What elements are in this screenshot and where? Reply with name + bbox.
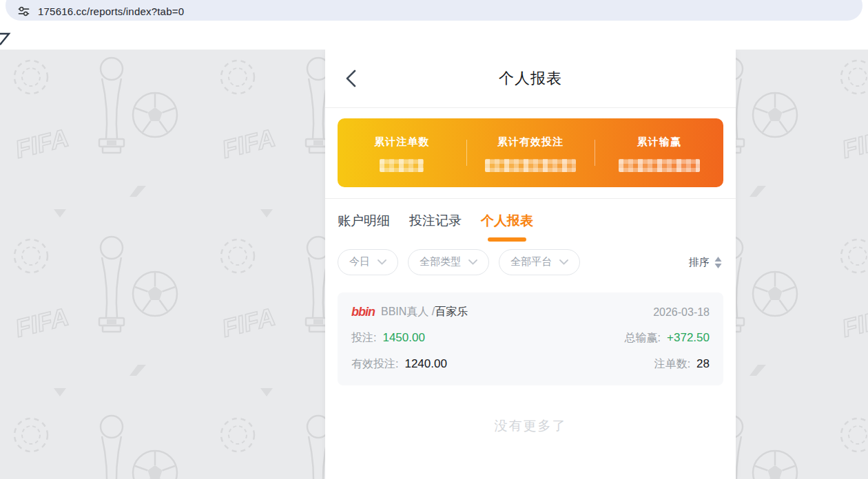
report-record-card[interactable]: bbin BBIN真人 / 百家乐 2026-03-18 投注: 1450.00… xyxy=(338,292,723,385)
tab-indicator xyxy=(344,237,383,242)
cursor-artifact xyxy=(0,32,12,48)
bet-label: 投注: xyxy=(351,331,376,345)
redacted-value xyxy=(380,159,424,172)
summary-item-bet-count: 累计注单数 xyxy=(338,134,466,172)
count-label: 注单数: xyxy=(654,357,690,372)
summary-label: 累计输赢 xyxy=(595,136,723,149)
tab-indicator xyxy=(416,237,455,242)
summary-item-valid-bets: 累计有效投注 xyxy=(466,134,595,172)
tab-personal-report[interactable]: 个人报表 xyxy=(481,212,533,242)
record-date: 2026-03-18 xyxy=(653,306,710,319)
summary-section: 累计注单数 累计有效投注 累计输赢 xyxy=(325,108,736,199)
summary-label: 累计有效投注 xyxy=(466,136,595,149)
tab-bet-records[interactable]: 投注记录 xyxy=(409,212,462,242)
browser-sub-bar xyxy=(0,21,868,50)
valid-bet-value: 1240.00 xyxy=(404,357,446,371)
page-title: 个人报表 xyxy=(499,68,562,89)
filter-platform-dropdown[interactable]: 全部平台 xyxy=(499,249,580,275)
bet-value: 1450.00 xyxy=(382,331,424,345)
chevron-down-icon xyxy=(378,259,386,265)
url-text: 175616.cc/reports/index?tab=0 xyxy=(38,6,184,17)
tab-label: 投注记录 xyxy=(409,212,462,230)
back-button[interactable] xyxy=(346,50,356,107)
tabs-bar: 账户明细 投注记录 个人报表 xyxy=(325,199,736,242)
record-row-valid-bet: 有效投注: 1240.00 注单数: 28 xyxy=(351,357,710,372)
tab-label: 个人报表 xyxy=(481,212,533,230)
browser-toolbar: 175616.cc/reports/index?tab=0 xyxy=(0,0,868,21)
filter-label: 全部平台 xyxy=(510,255,552,268)
chevron-down-icon xyxy=(559,259,568,265)
tab-account-details[interactable]: 账户明细 xyxy=(338,212,390,242)
chevron-down-icon xyxy=(468,259,477,265)
filter-date-dropdown[interactable]: 今日 xyxy=(338,249,398,275)
redacted-value xyxy=(485,159,576,172)
sort-button[interactable]: 排序 xyxy=(689,256,722,269)
filter-label: 今日 xyxy=(349,255,370,268)
chevron-left-icon xyxy=(346,70,356,87)
winloss-label: 总输赢: xyxy=(625,331,661,345)
bbin-logo: bbin xyxy=(351,305,375,319)
record-header: bbin BBIN真人 / 百家乐 2026-03-18 xyxy=(351,305,710,319)
url-bar[interactable]: 175616.cc/reports/index?tab=0 xyxy=(6,0,862,21)
summary-label: 累计注单数 xyxy=(338,136,466,149)
filter-type-dropdown[interactable]: 全部类型 xyxy=(408,249,489,275)
valid-bet-label: 有效投注: xyxy=(351,357,398,372)
personal-report-panel: 个人报表 累计注单数 累计有效投注 累计输赢 账户明细 投注记录 xyxy=(325,50,736,479)
summary-card: 累计注单数 累计有效投注 累计输赢 xyxy=(338,118,723,187)
record-game: 百家乐 xyxy=(435,305,468,319)
tab-label: 账户明细 xyxy=(338,212,390,230)
panel-header: 个人报表 xyxy=(325,50,736,108)
redacted-value xyxy=(619,159,700,172)
record-row-bet: 投注: 1450.00 总输赢: +372.50 xyxy=(351,331,710,345)
count-value: 28 xyxy=(696,357,710,371)
sort-arrows-icon xyxy=(714,257,722,268)
active-tab-indicator xyxy=(488,237,526,242)
sort-label: 排序 xyxy=(689,256,710,269)
record-provider: BBIN真人 / xyxy=(381,305,435,319)
filters-bar: 今日 全部类型 全部平台 排序 xyxy=(325,242,736,275)
filter-label: 全部类型 xyxy=(420,255,461,268)
summary-item-winloss: 累计输赢 xyxy=(595,134,723,172)
winloss-value: +372.50 xyxy=(667,331,710,345)
no-more-text: 没有更多了 xyxy=(325,417,736,435)
site-settings-icon[interactable] xyxy=(18,6,30,17)
